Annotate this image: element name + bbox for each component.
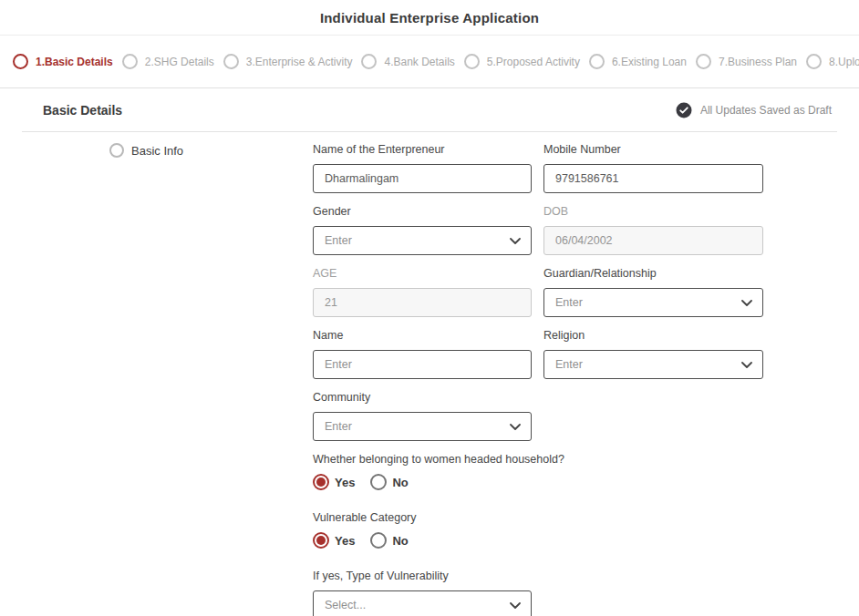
basic-info-radio[interactable]: Basic Info: [109, 143, 183, 158]
step-label: 5.Proposed Activity: [487, 56, 580, 68]
section-title: Basic Details: [43, 103, 122, 118]
field-dob: DOB: [543, 205, 763, 255]
step-circle-icon: [806, 54, 822, 69]
community-select[interactable]: Enter: [313, 412, 532, 441]
form-content: Basic Info Name of the Enterpreneur Mobi…: [0, 132, 859, 616]
page-title: Individual Enterprise Application: [320, 10, 539, 26]
stepper: 1.Basic Details 2.SHG Details 3.Enterpri…: [0, 36, 859, 88]
gender-label: Gender: [313, 205, 532, 218]
women-headed-household-no-radio[interactable]: No: [370, 474, 408, 490]
gender-select-value: Enter: [325, 234, 352, 247]
step-label: 8.Upload Document: [829, 56, 859, 68]
step-circle-icon: [361, 54, 377, 69]
field-mobile-number: Mobile Number: [543, 143, 763, 193]
community-select-value: Enter: [325, 420, 352, 433]
radio-unchecked-icon: [109, 143, 124, 158]
stepper-step-proposed-activity[interactable]: 5.Proposed Activity: [464, 54, 580, 69]
age-input: [313, 288, 532, 317]
mobile-number-label: Mobile Number: [543, 143, 763, 156]
field-entrepreneur-name: Name of the Enterpreneur: [313, 143, 532, 193]
vulnerability-type-select-value: Select...: [325, 599, 366, 611]
field-religion: Religion Enter: [543, 329, 763, 379]
stepper-step-basic-details[interactable]: 1.Basic Details: [13, 54, 113, 69]
step-circle-icon: [589, 54, 605, 69]
radio-label-no: No: [392, 534, 408, 548]
radio-label-yes: Yes: [335, 534, 355, 548]
guardian-relationship-select[interactable]: Enter: [543, 288, 763, 317]
step-circle-icon: [122, 54, 138, 69]
saved-status-text: All Updates Saved as Draft: [700, 104, 832, 117]
step-circle-icon: [464, 54, 480, 69]
basic-details-form: Name of the Enterpreneur Mobile Number G…: [313, 143, 769, 616]
radio-unchecked-icon: [370, 474, 387, 490]
stepper-step-business-plan[interactable]: 7.Business Plan: [696, 54, 797, 69]
step-circle-icon: [223, 54, 239, 69]
stepper-step-bank-details[interactable]: 4.Bank Details: [361, 54, 454, 69]
stepper-step-enterprise-activity[interactable]: 3.Enterprise & Activity: [223, 54, 353, 69]
vulnerable-category-radio-group: Yes No: [313, 532, 532, 549]
basic-info-label: Basic Info: [131, 144, 183, 158]
step-label: 6.Existing Loan: [612, 56, 687, 68]
field-vulnerable-category: Vulnerable Category Yes No: [313, 511, 532, 549]
dob-label: DOB: [543, 205, 763, 218]
step-circle-icon: [13, 54, 28, 69]
gender-select[interactable]: Enter: [313, 226, 532, 255]
vulnerability-type-select[interactable]: Select...: [313, 590, 532, 616]
saved-status-badge: All Updates Saved as Draft: [676, 102, 832, 118]
stepper-step-upload-document[interactable]: 8.Upload Document: [806, 54, 859, 69]
section-header: Basic Details All Updates Saved as Draft: [0, 88, 859, 131]
step-label: 2.SHG Details: [145, 56, 214, 68]
dob-input: [543, 226, 763, 255]
age-label: AGE: [313, 267, 532, 280]
field-women-headed-household: Whether belonging to women headed househ…: [313, 453, 532, 490]
guardian-relationship-select-value: Enter: [555, 296, 583, 309]
guardian-relationship-label: Guardian/Relationship: [543, 267, 763, 280]
religion-label: Religion: [543, 329, 763, 342]
radio-label-no: No: [392, 476, 408, 489]
religion-select-value: Enter: [555, 358, 583, 371]
name-label: Name: [313, 329, 532, 342]
radio-checked-icon: [313, 474, 329, 490]
chevron-down-icon: [741, 300, 752, 306]
women-headed-household-label: Whether belonging to women headed househ…: [313, 453, 532, 466]
entrepreneur-name-input[interactable]: [313, 164, 532, 193]
field-gender: Gender Enter: [313, 205, 532, 255]
radio-checked-icon: [313, 532, 329, 549]
vulnerable-category-no-radio[interactable]: No: [370, 532, 408, 549]
religion-select[interactable]: Enter: [543, 350, 763, 379]
step-label: 7.Business Plan: [719, 56, 797, 68]
chevron-down-icon: [510, 238, 521, 244]
chevron-down-icon: [510, 424, 521, 430]
vulnerable-category-label: Vulnerable Category: [313, 511, 532, 524]
name-input[interactable]: [313, 350, 532, 379]
step-label: 1.Basic Details: [36, 56, 113, 68]
women-headed-household-yes-radio[interactable]: Yes: [313, 474, 355, 490]
step-label: 4.Bank Details: [384, 56, 454, 68]
stepper-step-shg-details[interactable]: 2.SHG Details: [122, 54, 214, 69]
radio-label-yes: Yes: [335, 476, 355, 489]
stepper-step-existing-loan[interactable]: 6.Existing Loan: [589, 54, 687, 69]
mobile-number-input[interactable]: [543, 164, 763, 193]
radio-unchecked-icon: [370, 532, 387, 549]
chevron-down-icon: [741, 362, 752, 368]
field-guardian-relationship: Guardian/Relationship Enter: [543, 267, 763, 317]
field-age: AGE: [313, 267, 532, 317]
field-vulnerability-type: If yes, Type of Vulnerability Select...: [313, 570, 532, 616]
vulnerable-category-yes-radio[interactable]: Yes: [313, 532, 355, 549]
app-header: Individual Enterprise Application: [0, 0, 859, 36]
community-label: Community: [313, 391, 532, 404]
women-headed-household-radio-group: Yes No: [313, 474, 532, 490]
vulnerability-type-label: If yes, Type of Vulnerability: [313, 570, 532, 582]
chevron-down-icon: [510, 602, 521, 609]
field-community: Community Enter: [313, 391, 532, 441]
field-name: Name: [313, 329, 532, 379]
step-label: 3.Enterprise & Activity: [246, 56, 353, 68]
check-icon: [676, 102, 692, 118]
step-circle-icon: [696, 54, 711, 69]
entrepreneur-name-label: Name of the Enterpreneur: [313, 143, 532, 156]
